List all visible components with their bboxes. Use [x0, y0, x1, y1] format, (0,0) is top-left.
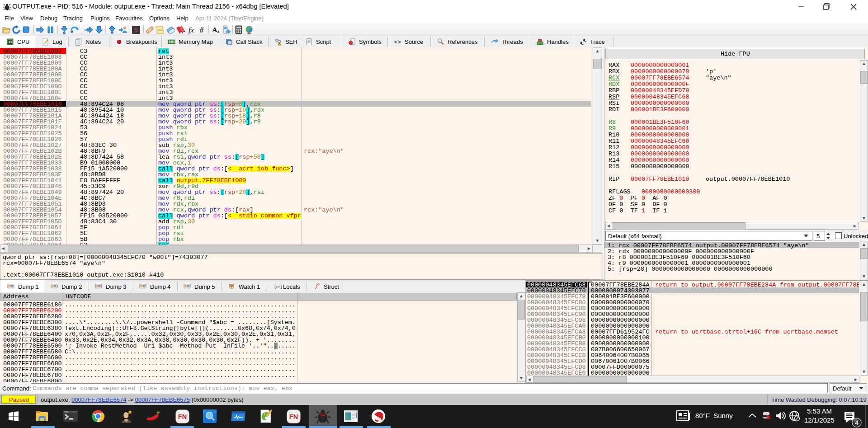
svg-text:z: z	[217, 29, 220, 34]
svg-text:4: 4	[855, 419, 859, 426]
svg-text:FN: FN	[178, 413, 187, 420]
svg-text:FN: FN	[289, 413, 298, 420]
svg-text:#: #	[199, 26, 204, 34]
svg-text:64: 64	[321, 412, 326, 417]
svg-text:=]: =]	[278, 285, 282, 289]
svg-text:S: S	[134, 27, 138, 33]
svg-text:A: A	[212, 26, 217, 33]
svg-text:<>: <>	[394, 39, 401, 46]
svg-text:fx: fx	[189, 26, 194, 34]
svg-text:64: 64	[9, 40, 12, 43]
